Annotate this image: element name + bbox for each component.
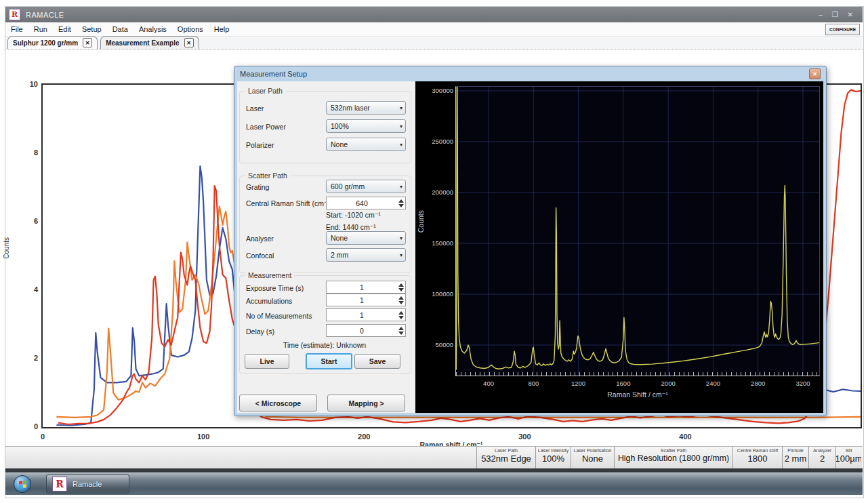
menu-bar: FileRunEditSetupDataAnalysisOptionsHelpC… (5, 22, 863, 37)
spinner-arrows-icon[interactable] (397, 294, 405, 306)
tab-sulphur-1200[interactable]: Sulphur 1200 gr/mm ✕ (7, 36, 98, 49)
live-spectrum-panel: 50000100000150000200000250000300000 4008… (415, 81, 823, 413)
range-end-text: End: 1440 cm⁻¹ (326, 223, 376, 231)
chevron-down-icon: ▾ (400, 105, 402, 111)
x-tick-label: 100 (197, 432, 209, 441)
menu-item-edit[interactable]: Edit (53, 22, 77, 36)
no-of-measurements-spinner[interactable]: 1 (326, 308, 406, 321)
grating-value: 600 gr/mm (331, 182, 365, 190)
laser-power-label: Laser Power (246, 123, 286, 131)
range-start-text: Start: -1020 cm⁻¹ (326, 211, 381, 219)
status-cell-value: 100% (542, 454, 564, 464)
configure-button[interactable]: CONFIGURE (825, 24, 860, 35)
laser-dropdown[interactable]: 532nm laser ▾ (326, 101, 406, 115)
time-estimate-text: Time (estimate): Unknown (234, 341, 415, 349)
y-tick-label: 300000 (418, 87, 453, 94)
menu-item-setup[interactable]: Setup (77, 22, 107, 36)
chevron-down-icon: ▾ (400, 142, 402, 148)
chevron-down-icon: ▾ (400, 252, 402, 258)
menu-item-analysis[interactable]: Analysis (133, 22, 172, 36)
x-tick-label: 2400 (706, 380, 720, 387)
status-cell-value: 2 mm (785, 454, 807, 464)
x-tick-label: 300 (518, 432, 531, 441)
main-chart-y-axis-label: Counts (3, 237, 10, 259)
ramacle-app-icon: R (52, 477, 67, 491)
status-cell-label: Laser Path (495, 448, 518, 453)
start-button[interactable]: Start (306, 353, 352, 369)
windows-flag-icon (19, 480, 26, 488)
spinner-arrows-icon[interactable] (397, 281, 405, 293)
microscope-button[interactable]: < Microscope (239, 395, 317, 411)
confocal-label: Confocal (246, 252, 274, 260)
menu-item-run[interactable]: Run (28, 22, 53, 36)
inset-chart-plot[interactable] (456, 87, 819, 376)
status-bar: Laser Path532nm EdgeLaser Intensity100%L… (5, 446, 863, 469)
spinner-arrows-icon[interactable] (397, 197, 405, 209)
status-cell-value: 532nm Edge (481, 454, 531, 464)
app-logo-icon: R (9, 9, 20, 20)
analyser-dropdown[interactable]: None ▾ (326, 231, 406, 245)
laser-power-value: 100% (331, 122, 349, 130)
taskbar-app-label: Ramacle (73, 480, 102, 488)
delay-spinner[interactable]: 0 (326, 324, 406, 337)
no-of-measurements-value: 1 (327, 311, 397, 319)
menu-item-data[interactable]: Data (107, 22, 133, 36)
analyser-value: None (331, 234, 348, 242)
polarizer-dropdown[interactable]: None ▾ (326, 138, 406, 151)
x-tick-label: 1600 (616, 380, 630, 387)
inset-chart-y-axis-label: Counts (417, 210, 425, 233)
chevron-down-icon: ▾ (400, 184, 402, 190)
laser-power-dropdown[interactable]: 100% ▾ (326, 119, 406, 133)
central-raman-shift-spinner[interactable]: 640 (326, 197, 406, 209)
status-cell-laser-path: Laser Path532nm Edge (476, 447, 535, 469)
close-icon[interactable]: ✕ (848, 11, 853, 18)
laser-value: 532nm laser (331, 104, 370, 112)
dialog-title-bar[interactable]: Measurement Setup (234, 66, 826, 81)
x-tick-label: 400 (483, 380, 494, 387)
accumulations-spinner[interactable]: 1 (326, 294, 406, 306)
exposure-time-spinner[interactable]: 1 (326, 281, 406, 294)
live-spectrum-yellow (456, 87, 819, 369)
tab-close-icon[interactable]: ✕ (184, 38, 194, 47)
laser-path-caption: Laser Path (245, 87, 285, 95)
menu-item-file[interactable]: File (5, 22, 28, 36)
exposure-time-value: 1 (327, 283, 397, 291)
y-tick-label: 4 (5, 285, 38, 294)
spinner-arrows-icon[interactable] (397, 325, 405, 336)
dialog-title: Measurement Setup (240, 70, 307, 78)
menu-item-options[interactable]: Options (172, 22, 209, 36)
taskbar-app-button[interactable]: R Ramacle (46, 475, 129, 494)
inset-chart-x-axis-label: Raman Shift / cm⁻¹ (607, 390, 668, 399)
start-button-orb[interactable] (14, 475, 31, 493)
x-tick-label: 2800 (751, 380, 765, 387)
status-cell-value: 1800 (748, 454, 768, 464)
window-controls: – ❐ ✕ (819, 11, 853, 18)
x-tick-label: 1200 (571, 380, 585, 387)
restore-icon[interactable]: ❐ (832, 11, 838, 18)
status-cell-value: High Resolution (1800 gr/mm) (618, 454, 729, 463)
tab-close-icon[interactable]: ✕ (83, 38, 92, 47)
mapping-button[interactable]: Mapping > (327, 395, 405, 411)
status-cell-centre-raman-shift: Centre Raman shift1800 (732, 447, 782, 469)
polarizer-label: Polarizer (246, 141, 274, 149)
grating-label: Grating (246, 183, 269, 191)
dialog-close-icon[interactable]: ✕ (809, 68, 821, 79)
analyser-label: Analyser (246, 235, 274, 243)
y-tick-label: 200000 (418, 188, 453, 196)
confocal-dropdown[interactable]: 2 mm ▾ (326, 248, 406, 262)
status-cells: Laser Path532nm EdgeLaser Intensity100%L… (476, 447, 861, 469)
no-of-measurements-label: No of Measurements (246, 312, 312, 320)
status-cell-slit: Slit100µm (835, 447, 861, 469)
minimize-icon[interactable]: – (819, 11, 823, 18)
inset-chart-minor-ticks (456, 372, 819, 376)
spinner-arrows-icon[interactable] (397, 309, 405, 321)
x-tick-label: 800 (528, 380, 539, 387)
chevron-down-icon: ▾ (400, 235, 402, 241)
save-button[interactable]: Save (354, 354, 400, 369)
y-tick-label: 100000 (418, 290, 453, 298)
grating-dropdown[interactable]: 600 gr/mm ▾ (326, 180, 406, 193)
title-bar: R RAMACLE – ❐ ✕ (5, 7, 863, 22)
tab-measurement-example[interactable]: Measurement Example ✕ (100, 36, 199, 49)
menu-item-help[interactable]: Help (209, 22, 235, 36)
live-button[interactable]: Live (245, 354, 289, 369)
